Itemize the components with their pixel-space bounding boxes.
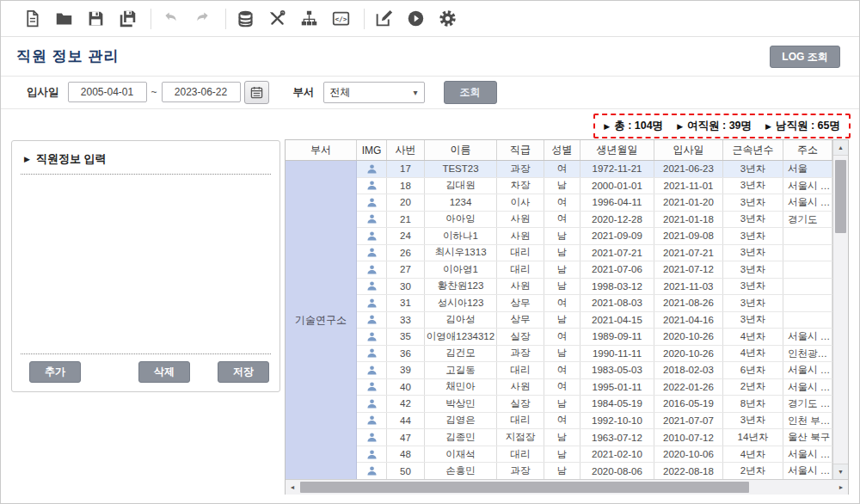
cell-empno: 40 <box>387 379 425 396</box>
table-row[interactable]: 33김아성상무남2021-04-152021-04-163년차 <box>357 312 832 329</box>
table-row[interactable]: 42박상민실장남1984-05-192016-05-198년차경기도 고양... <box>357 396 832 413</box>
database-icon[interactable] <box>235 9 255 29</box>
table-row[interactable]: 201234이사여1996-04-112021-01-203년차서울시 서울 <box>357 194 832 212</box>
cell-empno: 47 <box>387 429 425 446</box>
triangle-marker-icon: ▶ <box>765 122 771 131</box>
search-button[interactable]: 조회 <box>444 81 497 104</box>
column-header-8[interactable]: 입사일 <box>654 140 723 160</box>
save-icon[interactable] <box>85 9 106 29</box>
table-row[interactable]: 47김종민지점장남1963-07-122010-07-1214년차울산 북구 <box>357 429 832 446</box>
person-icon <box>357 279 387 295</box>
triangle-marker-icon: ▶ <box>677 122 683 131</box>
column-header-5[interactable]: 직급 <box>497 140 544 160</box>
divider <box>21 353 271 354</box>
cell-birthdate: 1989-09-11 <box>580 329 654 345</box>
cell-birthdate: 1990-11-11 <box>580 346 654 362</box>
cell-address: 경기도 고양... <box>783 396 832 412</box>
redo-icon[interactable] <box>192 9 212 29</box>
undo-icon[interactable] <box>160 9 181 29</box>
sitemap-icon[interactable] <box>298 9 319 29</box>
table-row[interactable]: 18김대원차장남2000-01-012021-11-013년차서울시 종로... <box>357 178 832 195</box>
tools-icon[interactable] <box>267 9 287 29</box>
cell-address: 서울시 종로... <box>783 178 832 194</box>
table-row[interactable]: 30황찬원123사원남1998-03-122021-11-033년차 <box>357 279 832 296</box>
table-row[interactable]: 21아아잉사원여2020-12-282021-01-183년차경기도 <box>357 212 832 229</box>
column-header-3[interactable]: 사번 <box>387 140 425 160</box>
new-document-icon[interactable] <box>22 9 42 29</box>
cell-years: 4년차 <box>723 329 783 345</box>
table-row[interactable]: 50손흥민과장남2020-08-062022-08-182년차서울시 노원... <box>357 463 832 480</box>
table-row[interactable]: 31성시아123상무여2021-08-032021-08-263년차 <box>357 295 832 312</box>
person-icon <box>357 228 387 244</box>
table-row[interactable]: 35이영애1234312실장여1989-09-112020-10-264년차서울… <box>357 329 832 346</box>
cell-address <box>783 312 832 329</box>
scroll-left-button[interactable]: ◄ <box>286 480 299 495</box>
cell-gender: 남 <box>544 446 580 463</box>
stat-male: ▶ 남직원 : 65명 <box>765 119 840 133</box>
log-search-button[interactable]: LOG 조회 <box>770 46 840 68</box>
open-folder-icon[interactable] <box>53 9 74 29</box>
scroll-down-button[interactable]: ▼ <box>833 464 848 479</box>
vertical-scrollbar[interactable]: ▲ ▼ <box>832 140 848 479</box>
cell-name: 이재석 <box>425 446 497 463</box>
column-header-7[interactable]: 생년월일 <box>580 140 654 160</box>
toolbar-divider <box>364 9 365 29</box>
run-icon[interactable] <box>405 9 426 29</box>
table-row[interactable]: 27이아영1대리남2021-07-062021-07-123년차 <box>357 261 832 279</box>
table-row[interactable]: 26최시우1313대리남2021-07-212021-07-213년차 <box>357 245 832 262</box>
cell-birthdate: 2021-04-15 <box>580 312 654 329</box>
column-header-4[interactable]: 이름 <box>425 140 497 160</box>
delete-button[interactable]: 삭제 <box>138 361 190 383</box>
table-row[interactable]: 39고길동대리여1983-05-032018-02-036년차서울시 도봉... <box>357 362 832 379</box>
cell-joindate: 2020-10-06 <box>654 446 723 463</box>
edit-icon[interactable] <box>373 9 394 29</box>
cell-address: 인천광역시 ... <box>783 346 832 362</box>
save-all-icon[interactable] <box>117 9 138 29</box>
cell-joindate: 2010-07-12 <box>654 429 723 446</box>
cell-empno: 18 <box>387 178 425 194</box>
cell-empno: 21 <box>387 212 425 228</box>
table-row[interactable]: 36김건모과장남1990-11-112020-10-264년차인천광역시 ... <box>357 346 832 363</box>
calendar-button[interactable] <box>244 81 269 104</box>
stat-female-text: 여직원 : 39명 <box>687 119 752 133</box>
table-row[interactable]: 48이재석대리남2021-02-102020-10-064년차서울시 강남... <box>357 446 832 464</box>
cell-birthdate: 1983-05-03 <box>580 362 654 378</box>
dept-group-cell[interactable]: 기술연구소 <box>286 161 357 480</box>
table-row[interactable]: 44김영은대리여1992-10-102021-07-073년차인천 부평구 <box>357 413 832 430</box>
settings-icon[interactable] <box>437 9 458 29</box>
cell-birthdate: 1995-01-11 <box>580 379 654 396</box>
cell-empno: 39 <box>387 362 425 378</box>
person-icon <box>357 396 387 412</box>
scroll-up-button[interactable]: ▲ <box>833 140 848 156</box>
table-row[interactable]: 17TEST23과장여1972-11-212021-06-233년차서울 <box>357 161 832 178</box>
dept-select[interactable]: 전체 ▾ <box>323 82 425 103</box>
person-icon <box>357 346 387 362</box>
cell-empno: 20 <box>387 194 425 211</box>
cell-address <box>783 261 832 278</box>
column-header-1[interactable]: 부서 <box>286 140 357 160</box>
date-from-input[interactable] <box>68 82 147 102</box>
date-to-input[interactable] <box>162 82 241 102</box>
column-header-2[interactable]: IMG <box>357 140 387 160</box>
scroll-right-button[interactable]: ► <box>834 480 848 495</box>
person-icon <box>357 178 387 194</box>
vertical-scroll-thumb[interactable] <box>835 160 846 233</box>
save-button[interactable]: 저장 <box>218 361 269 383</box>
cell-years: 3년차 <box>723 212 783 228</box>
cell-position: 대리 <box>497 245 544 261</box>
cell-joindate: 2020-10-26 <box>654 329 723 345</box>
column-header-6[interactable]: 성별 <box>544 140 580 160</box>
code-editor-icon[interactable]: </> <box>330 9 351 29</box>
column-header-9[interactable]: 근속년수 <box>723 140 783 160</box>
grid-header-row: 부서IMG사번이름직급성별생년월일입사일근속년수주소 <box>286 140 832 161</box>
horizontal-scrollbar[interactable]: ◄ ► <box>286 479 848 495</box>
add-button[interactable]: 추가 <box>29 361 81 383</box>
title-row: 직원 정보 관리 LOG 조회 <box>1 36 859 77</box>
horizontal-scroll-thumb[interactable] <box>300 482 749 493</box>
cell-position: 이사 <box>497 194 544 211</box>
cell-joindate: 2021-11-03 <box>654 279 723 295</box>
cell-position: 대리 <box>497 413 544 429</box>
column-header-10[interactable]: 주소 <box>783 140 832 160</box>
table-row[interactable]: 40채민아사원여1995-01-112022-01-262년차서울시 강북... <box>357 379 832 396</box>
table-row[interactable]: 24이하나1사원남2021-09-092021-09-083년차 <box>357 228 832 245</box>
